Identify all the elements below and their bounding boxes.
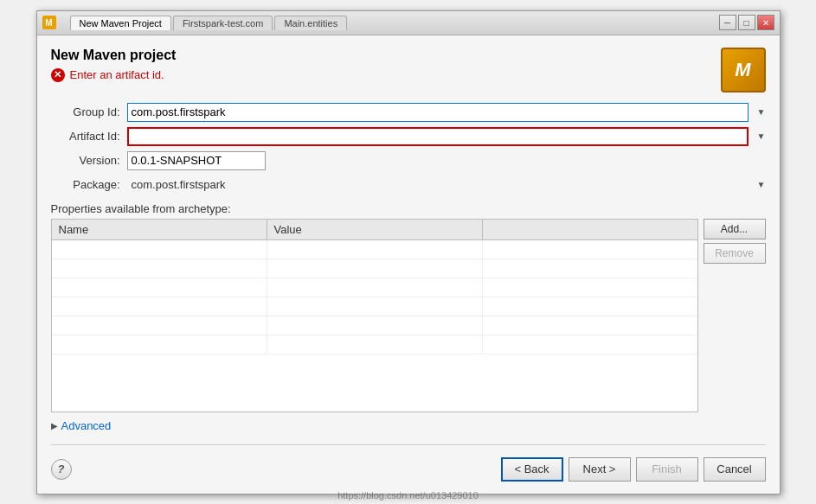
add-button[interactable]: Add... [704,219,766,239]
advanced-label[interactable]: Advanced [61,419,112,432]
table-header-value: Value [267,220,483,239]
table-header-extra [483,220,697,239]
tab-new-maven-project[interactable]: New Maven Project [70,16,171,30]
artifact-id-input[interactable] [127,127,749,146]
footer: ? < Back Next > Finish Cancel [51,450,766,485]
artifact-id-row: Artifact Id: ▼ [51,127,766,146]
form-section: Group Id: ▼ Artifact Id: ▼ Version: 0.0.… [51,103,766,194]
back-button[interactable]: < Back [501,457,563,482]
version-row: Version: 0.0.1-SNAPSHOT 1.0-SNAPSHOT [51,151,766,170]
maximize-button[interactable]: □ [738,15,755,30]
table-cell [267,240,483,258]
properties-title: Properties available from archetype: [51,202,766,215]
table-cell [267,259,483,278]
table-cell [52,316,267,335]
package-label: Package: [51,178,120,191]
footer-left: ? [51,459,72,480]
table-row [52,316,697,335]
dialog-title: New Maven project [51,48,721,63]
package-value: com.post.firstspark [127,175,749,194]
table-cell [52,240,267,258]
artifact-id-dropdown-arrow[interactable]: ▼ [757,131,766,141]
table-buttons: Add... Remove [704,219,766,412]
table-row [52,278,697,297]
table-cell [52,335,267,354]
table-cell [52,297,267,316]
new-maven-project-window: M New Maven Project Firstspark-test.com … [36,10,781,494]
header-left: New Maven project ✕ Enter an artifact id… [51,48,721,82]
next-button[interactable]: Next > [569,457,631,482]
table-cell [267,278,483,297]
table-cell [483,259,697,278]
table-cell [483,240,697,258]
properties-table: Name Value [51,219,698,412]
finish-button[interactable]: Finish [636,457,698,482]
version-select[interactable]: 0.0.1-SNAPSHOT 1.0-SNAPSHOT [127,151,266,170]
dialog-content: New Maven project ✕ Enter an artifact id… [37,35,780,494]
table-header-name: Name [52,220,267,239]
footer-divider [51,444,766,445]
version-label: Version: [51,154,120,167]
package-dropdown-arrow[interactable]: ▼ [757,180,766,189]
window-icon: M [42,16,56,29]
minimize-button[interactable]: ─ [719,15,736,30]
error-row: ✕ Enter an artifact id. [51,68,721,82]
table-cell [267,335,483,354]
artifact-id-label: Artifact Id: [51,130,120,143]
group-id-dropdown-arrow[interactable]: ▼ [757,107,766,117]
tab-main-entities[interactable]: Main.entities [274,16,347,30]
error-icon: ✕ [51,68,65,82]
table-header: Name Value [52,220,697,240]
table-row [52,240,697,259]
title-bar-controls: ─ □ ✕ [719,15,774,30]
table-row [52,335,697,354]
tab-firstspark[interactable]: Firstspark-test.com [173,16,273,30]
group-id-label: Group Id: [51,105,120,118]
maven-logo: M [721,48,766,93]
properties-table-wrapper: Name Value [51,219,766,412]
package-row: Package: com.post.firstspark ▼ [51,175,766,194]
close-button[interactable]: ✕ [757,15,774,30]
advanced-expand-arrow[interactable]: ▶ [51,421,58,431]
table-cell [483,297,697,316]
title-bar-tabs: New Maven Project Firstspark-test.com Ma… [70,16,719,30]
error-message: Enter an artifact id. [70,68,164,81]
table-cell [483,278,697,297]
table-cell [267,316,483,335]
group-id-input[interactable] [127,103,749,122]
title-bar: M New Maven Project Firstspark-test.com … [37,11,780,35]
watermark: https://blog.csdn.net/u013429010 [337,490,479,501]
table-cell [483,335,697,354]
remove-button[interactable]: Remove [704,243,766,264]
group-id-row: Group Id: ▼ [51,103,766,122]
table-cell [52,259,267,278]
header-section: New Maven project ✕ Enter an artifact id… [51,48,766,93]
help-button[interactable]: ? [51,459,72,480]
table-body [52,240,697,379]
footer-right: < Back Next > Finish Cancel [501,457,766,482]
table-cell [483,316,697,335]
table-row [52,297,697,316]
table-row [52,259,697,278]
advanced-row: ▶ Advanced [51,419,766,432]
cancel-button[interactable]: Cancel [704,457,766,482]
table-cell [52,278,267,297]
table-cell [267,297,483,316]
properties-section: Properties available from archetype: Nam… [51,202,766,412]
